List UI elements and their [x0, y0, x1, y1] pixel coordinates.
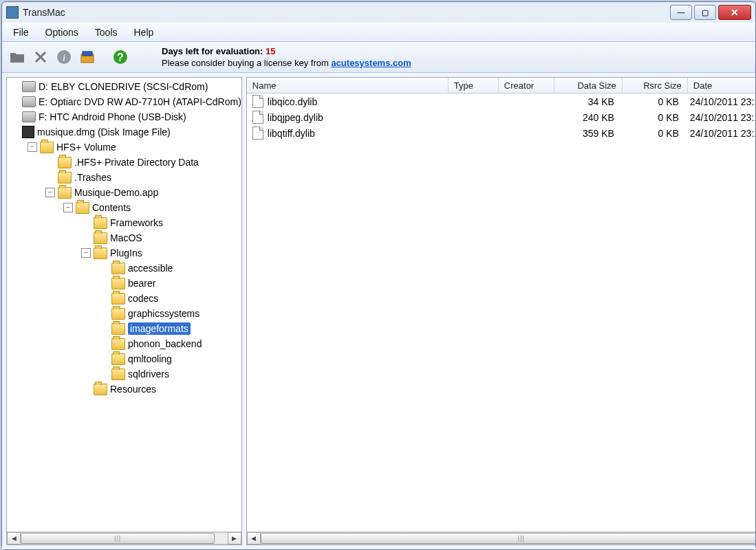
- tree-item-label: .Trashes: [74, 172, 111, 183]
- file-list[interactable]: libqico.dylib34 KB0 KB24/10/2011 23:19li…: [247, 94, 755, 531]
- collapse-icon[interactable]: −: [63, 203, 73, 212]
- svg-text:?: ?: [117, 52, 124, 63]
- scroll-thumb[interactable]: |||: [261, 533, 755, 544]
- svg-rect-3: [83, 52, 92, 56]
- tree-item[interactable]: Resources: [7, 382, 241, 397]
- open-folder-button[interactable]: [8, 47, 27, 67]
- folder-icon: [94, 248, 107, 259]
- menu-file[interactable]: File: [5, 25, 37, 40]
- tree-item-label: HFS+ Volume: [56, 142, 116, 153]
- folder-icon: [58, 187, 72, 199]
- delete-button[interactable]: [31, 47, 50, 67]
- tree-item[interactable]: −Musique-Demo.app: [7, 185, 241, 200]
- titlebar[interactable]: TransMac — ▢ ✕: [2, 2, 755, 23]
- file-cell: 359 KB: [552, 128, 620, 139]
- help-icon: ?: [112, 49, 129, 65]
- list-hscroll[interactable]: ◀ ||| ▶: [247, 531, 755, 544]
- file-name-cell: libqjpeg.dylib: [247, 111, 448, 124]
- info-button[interactable]: i: [54, 47, 74, 67]
- folder-icon: [58, 157, 72, 168]
- folder-icon: [9, 49, 25, 65]
- help-button[interactable]: ?: [111, 47, 130, 67]
- tree-view[interactable]: D: ELBY CLONEDRIVE (SCSI-CdRom)E: Optiar…: [7, 78, 241, 531]
- file-row[interactable]: libqico.dylib34 KB0 KB24/10/2011 23:19: [247, 94, 755, 109]
- column-header[interactable]: Name: [247, 78, 449, 93]
- file-cell: 34 KB: [552, 96, 620, 107]
- menu-tools[interactable]: Tools: [87, 25, 126, 40]
- menu-help[interactable]: Help: [126, 25, 162, 40]
- scroll-track[interactable]: |||: [21, 532, 228, 544]
- folder-icon: [40, 142, 54, 153]
- tree-item-label: Resources: [110, 384, 156, 395]
- collapse-icon[interactable]: −: [45, 188, 55, 197]
- minimize-button[interactable]: —: [670, 5, 692, 20]
- folder-icon: [111, 338, 125, 350]
- x-icon: [32, 49, 49, 65]
- collapse-icon[interactable]: −: [28, 142, 37, 152]
- collapse-icon[interactable]: −: [81, 248, 91, 258]
- window-title: TransMac: [23, 7, 65, 18]
- folder-icon: [94, 384, 107, 395]
- tree-item[interactable]: graphicssystems: [7, 306, 241, 321]
- tree-item[interactable]: −HFS+ Volume: [7, 140, 241, 155]
- tools-button[interactable]: [78, 47, 97, 67]
- tree-item[interactable]: codecs: [7, 291, 241, 306]
- tree-hscroll[interactable]: ◀ ||| ▶: [7, 531, 241, 544]
- tree-item[interactable]: −Contents: [7, 200, 241, 215]
- file-cell: 240 KB: [552, 112, 620, 123]
- file-row[interactable]: libqjpeg.dylib240 KB0 KB24/10/2011 23:19: [247, 109, 755, 125]
- column-header[interactable]: Rsrc Size: [623, 78, 688, 93]
- tree-item-label: phonon_backend: [128, 338, 202, 349]
- scroll-left-button[interactable]: ◀: [7, 532, 21, 544]
- tree-item-label: F: HTC Android Phone (USB-Disk): [39, 111, 186, 122]
- tree-item[interactable]: Frameworks: [7, 215, 241, 230]
- tree-item[interactable]: −PlugIns: [7, 245, 241, 261]
- tree-item-label: bearer: [128, 278, 155, 289]
- tree-item-label: imageformats: [128, 322, 191, 335]
- tree-item[interactable]: qmltooling: [7, 351, 241, 366]
- column-header[interactable]: Creator: [499, 78, 554, 93]
- tree-item-label: D: ELBY CLONEDRIVE (SCSI-CdRom): [39, 81, 208, 92]
- list-header: NameTypeCreatorData SizeRsrc SizeDate: [247, 78, 755, 94]
- eval-days: 15: [266, 46, 275, 56]
- close-button[interactable]: ✕: [718, 5, 751, 20]
- scroll-left-button[interactable]: ◀: [247, 532, 261, 544]
- tree-item[interactable]: sqldrivers: [7, 366, 241, 382]
- box-icon: [79, 49, 96, 65]
- file-row[interactable]: libqtiff.dylib359 KB0 KB24/10/2011 23:19: [247, 125, 755, 141]
- folder-icon: [94, 232, 107, 244]
- eval-link[interactable]: acutesystems.com: [331, 58, 411, 68]
- column-header[interactable]: Type: [449, 78, 499, 93]
- column-header[interactable]: Date: [688, 78, 755, 93]
- tree-item[interactable]: phonon_backend: [7, 336, 241, 351]
- folder-icon: [58, 172, 72, 184]
- scroll-right-button[interactable]: ▶: [228, 532, 241, 544]
- tree-item[interactable]: .HFS+ Private Directory Data: [7, 155, 241, 170]
- drive-icon: [22, 96, 36, 107]
- tree-item-label: .HFS+ Private Directory Data: [74, 157, 199, 168]
- tree-item-label: accessible: [128, 263, 173, 274]
- tree-item[interactable]: musique.dmg (Disk Image File): [7, 124, 241, 140]
- scroll-track[interactable]: |||: [261, 532, 755, 544]
- tree-item[interactable]: F: HTC Android Phone (USB-Disk): [7, 109, 241, 124]
- tree-item[interactable]: accessible: [7, 261, 241, 276]
- scroll-thumb[interactable]: |||: [21, 533, 215, 544]
- tree-item[interactable]: D: ELBY CLONEDRIVE (SCSI-CdRom): [7, 79, 241, 94]
- tree-item[interactable]: MacOS: [7, 230, 241, 245]
- folder-icon: [111, 293, 125, 305]
- column-header[interactable]: Data Size: [554, 78, 623, 93]
- folder-icon: [111, 263, 125, 274]
- tree-item[interactable]: imageformats: [7, 321, 241, 336]
- svg-text:i: i: [63, 52, 65, 63]
- tree-item-label: codecs: [128, 293, 158, 304]
- tree-item-label: sqldrivers: [128, 368, 169, 380]
- folder-icon: [111, 368, 125, 380]
- tree-item[interactable]: .Trashes: [7, 170, 241, 185]
- tree-item[interactable]: bearer: [7, 276, 241, 291]
- file-icon: [252, 95, 263, 108]
- tree-item[interactable]: E: Optiarc DVD RW AD-7710H (ATAPI-CdRom): [7, 94, 241, 109]
- file-cell: 24/10/2011 23:19: [684, 128, 755, 139]
- maximize-button[interactable]: ▢: [694, 5, 716, 20]
- tree-item-label: E: Optiarc DVD RW AD-7710H (ATAPI-CdRom): [39, 96, 241, 107]
- menu-options[interactable]: Options: [37, 25, 87, 40]
